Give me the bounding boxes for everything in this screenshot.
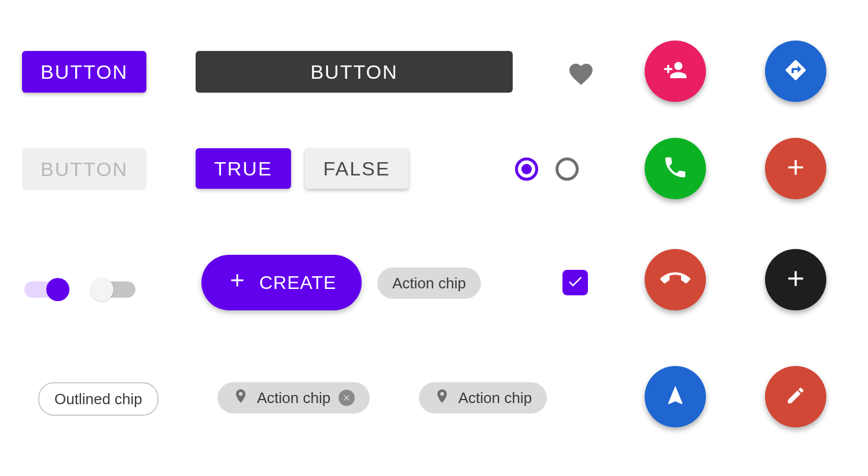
chip-label: Outlined chip: [54, 390, 142, 408]
switch-on[interactable]: [24, 281, 67, 298]
plus-icon: [783, 155, 808, 182]
hangup-icon: [660, 263, 690, 296]
button-label: BUTTON: [41, 61, 128, 83]
action-chip-location[interactable]: Action chip: [419, 382, 547, 413]
fab-directions[interactable]: [765, 41, 826, 102]
outlined-chip[interactable]: Outlined chip: [38, 382, 159, 416]
switch-off[interactable]: [93, 281, 135, 298]
fab-navigation[interactable]: [645, 366, 706, 427]
location-icon: [434, 388, 450, 408]
phone-icon: [662, 154, 689, 183]
fab-add-black[interactable]: [765, 249, 826, 310]
fab-add-red[interactable]: [765, 138, 826, 199]
button-label: TRUE: [214, 158, 273, 180]
dark-button[interactable]: BUTTON: [196, 51, 513, 93]
heart-icon[interactable]: [567, 60, 595, 90]
edit-icon: [785, 385, 806, 408]
chip-label: Action chip: [458, 389, 532, 407]
plus-icon: [783, 266, 808, 294]
location-icon: [233, 388, 249, 408]
segment-true-button[interactable]: TRUE: [196, 148, 291, 189]
checkbox-checked[interactable]: [562, 270, 588, 295]
action-chip[interactable]: Action chip: [377, 268, 481, 299]
chip-label: Action chip: [392, 274, 466, 292]
directions-icon: [784, 58, 808, 85]
radio-selected[interactable]: [515, 158, 538, 181]
check-icon: [567, 273, 584, 292]
radio-unselected[interactable]: [556, 158, 579, 181]
fab-phone[interactable]: [645, 138, 706, 199]
fab-hangup[interactable]: [645, 249, 706, 310]
button-label: BUTTON: [310, 61, 398, 83]
fab-add-person[interactable]: [645, 41, 706, 102]
close-icon[interactable]: [339, 390, 355, 406]
button-label: BUTTON: [41, 158, 128, 181]
plus-icon: [227, 270, 248, 295]
button-label: FALSE: [323, 158, 391, 180]
fab-edit[interactable]: [765, 366, 826, 427]
segment-false-button[interactable]: FALSE: [305, 148, 409, 189]
create-extended-fab[interactable]: CREATE: [201, 255, 362, 310]
add-person-icon: [663, 58, 687, 85]
navigation-icon: [664, 384, 687, 409]
button-label: CREATE: [259, 272, 336, 294]
primary-button[interactable]: BUTTON: [22, 51, 146, 93]
disabled-button: BUTTON: [22, 148, 146, 190]
chip-label: Action chip: [257, 389, 330, 407]
action-chip-with-close[interactable]: Action chip: [218, 382, 370, 413]
